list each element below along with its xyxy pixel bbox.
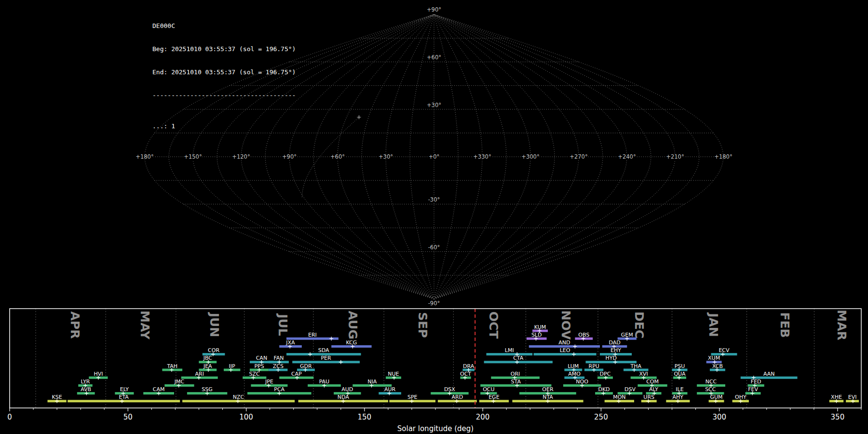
shower-label: ILE	[676, 386, 683, 393]
shower-label: XVI	[639, 371, 648, 377]
shower-label: CAN	[256, 355, 267, 361]
shower-label: DKD	[598, 386, 610, 393]
shower-label: JMC	[174, 379, 185, 385]
shower-label: PCA	[274, 386, 285, 393]
shower-label: KSE	[52, 394, 62, 400]
shower-label: COR	[208, 347, 219, 353]
shower-label: PSU	[675, 363, 685, 369]
shower-label: ECV	[719, 347, 730, 353]
meteor-plot-app: { "header": { "station": "DE000C", "beg_…	[0, 0, 868, 434]
month-label: NOV	[559, 311, 573, 340]
tick-label: 0	[7, 413, 12, 421]
month-label: MAR	[835, 310, 849, 340]
shower-label: XHE	[831, 394, 842, 400]
shower-label: DRA	[463, 363, 475, 369]
session-end-line: End: 20251010 03:55:37 (sol = 196.75°)	[152, 68, 296, 76]
shower-label: SPE	[407, 394, 418, 400]
shower-label: LUM	[568, 363, 579, 369]
shower-label: AUD	[341, 386, 353, 393]
month-label: JAN	[706, 312, 720, 337]
shower-peak-marker	[308, 353, 312, 356]
shower-label: AMO	[568, 371, 581, 377]
shower-label: DAD	[609, 339, 620, 346]
shower-label: OCT	[460, 371, 471, 377]
session-info-block: DE000C Beg: 20251010 03:55:37 (sol = 196…	[152, 7, 296, 138]
month-label: SEP	[416, 312, 430, 338]
lon-label: +180°	[714, 153, 732, 160]
meteor-count-line: ...: 1	[152, 122, 296, 130]
shower-label: OBS	[578, 332, 589, 338]
shower-label: LYR	[81, 379, 90, 385]
shower-label: ZCS	[273, 363, 284, 369]
shower-label: HYD	[605, 355, 616, 361]
shower-label: XUM	[708, 355, 720, 361]
shower-label: SCC	[705, 386, 716, 393]
shower-label: ARD	[452, 394, 463, 400]
shower-label: JEA	[203, 363, 212, 369]
session-begin-line: Beg: 20251010 03:55:37 (sol = 196.75°)	[152, 45, 296, 53]
shower-label: IIP	[229, 363, 235, 369]
info-divider: --------------------------------------	[152, 92, 296, 99]
shower-label: GUM	[710, 394, 722, 400]
lat-label: +60°	[427, 54, 441, 61]
shower-label: NIA	[367, 379, 377, 385]
shower-label: NTA	[542, 394, 553, 400]
shower-label: STA	[511, 379, 521, 385]
shower-label: EHY	[610, 347, 621, 353]
shower-label: ALY	[649, 386, 658, 393]
month-label: JUL	[276, 313, 290, 336]
shower-peak-marker	[573, 344, 577, 348]
shower-label: GDR	[300, 363, 312, 369]
shower-label: THA	[630, 363, 641, 369]
lon-label: +30°	[379, 153, 393, 160]
grid-meridian	[362, 14, 434, 299]
shower-label: ERI	[308, 332, 317, 338]
shower-label: RPU	[589, 363, 599, 369]
shower-label: CTA	[513, 355, 524, 361]
shower-label: URS	[643, 394, 654, 400]
shower-peak-marker	[329, 337, 333, 340]
shower-label: JXA	[285, 339, 295, 346]
month-label: MAY	[138, 311, 152, 340]
lon-label: +180°	[136, 153, 153, 160]
tick-label: 300	[712, 413, 726, 421]
shower-label: XCB	[712, 363, 723, 369]
shower-label: CAP	[291, 371, 302, 377]
shower-label: TAH	[166, 363, 177, 369]
grid-meridian	[434, 14, 506, 299]
activity-timeline-chart: APRMAYJUNJULAUGSEPOCTNOVDECJANFEBMARKUME…	[0, 304, 868, 434]
lon-label: +60°	[330, 153, 345, 160]
tick-label: 100	[239, 413, 253, 421]
grid-meridian	[434, 14, 579, 299]
shower-label: ORI	[511, 371, 520, 377]
shower-label: SZC	[249, 371, 260, 377]
shower-label: GEM	[621, 332, 633, 338]
shower-peak-marker	[572, 353, 576, 356]
shower-label: KCG	[346, 339, 357, 346]
shower-label: KUM	[534, 324, 546, 330]
shower-label: NUE	[388, 371, 399, 377]
tick-label: 350	[831, 413, 845, 421]
shower-label: AVB	[81, 386, 91, 393]
shower-label: HVI	[94, 371, 103, 377]
shower-label: FAN	[273, 355, 284, 361]
shower-label: OHY	[735, 394, 746, 400]
lat-label: -60°	[428, 244, 440, 251]
shower-label: AUR	[384, 386, 396, 393]
shower-label: NOO	[576, 379, 588, 385]
shower-label: EVI	[848, 394, 857, 400]
shower-label: AHY	[673, 394, 684, 400]
shower-label: NDA	[338, 394, 350, 400]
shower-label: PAU	[319, 379, 330, 385]
lon-label: +240°	[618, 153, 636, 160]
shower-label: NCC	[705, 379, 717, 385]
shower-label: AAN	[763, 371, 775, 377]
tick-label: 150	[357, 413, 371, 421]
lon-label: +300°	[521, 153, 539, 160]
axis-title: Solar longitude (deg)	[397, 424, 474, 433]
tick-label: 250	[594, 413, 608, 421]
month-label: JUN	[207, 312, 221, 338]
shower-label: COM	[646, 379, 659, 385]
lon-label: +210°	[666, 153, 684, 160]
shower-label: OCU	[483, 386, 494, 393]
